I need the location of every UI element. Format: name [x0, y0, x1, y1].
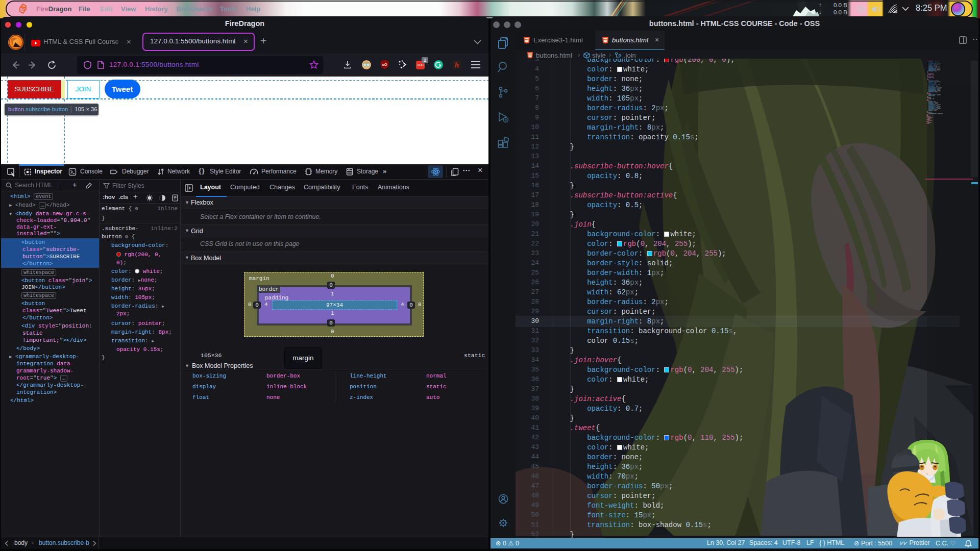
svg-text:uO: uO	[382, 63, 387, 66]
